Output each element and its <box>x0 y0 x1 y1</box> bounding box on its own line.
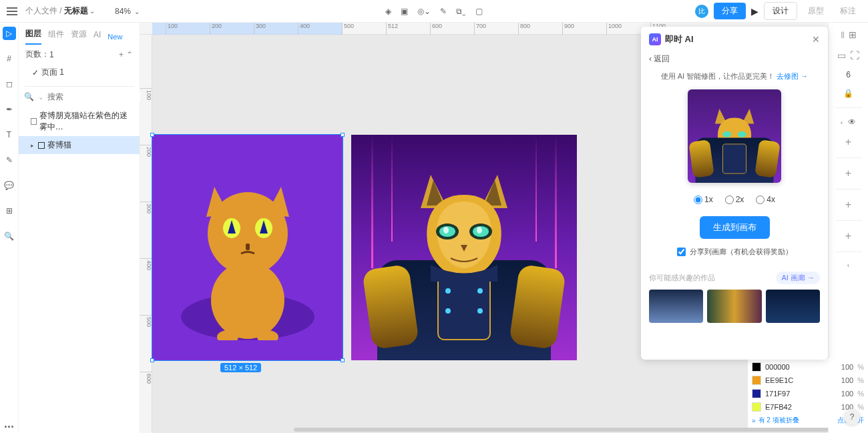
layer-item[interactable]: 赛博朋克猫站在紫色的迷雾中… <box>19 107 140 136</box>
share-gallery-label: 分享到画廊（有机会获得奖励） <box>690 247 793 257</box>
svg-point-25 <box>722 131 731 137</box>
percent-icon: % <box>857 376 864 384</box>
layer-search-input[interactable] <box>47 92 148 101</box>
chevron-down-icon[interactable]: ⌄ <box>38 93 43 101</box>
canvas-scrollbar[interactable] <box>294 428 828 432</box>
share-gallery-checkbox[interactable] <box>677 248 686 256</box>
chevron-icon[interactable]: ‹ <box>847 262 849 269</box>
color-hex: 171F97 <box>765 390 829 398</box>
percent-icon: % <box>857 403 864 411</box>
design-tab[interactable]: 设计 <box>764 2 797 20</box>
scale-2x[interactable]: 2x <box>725 195 744 204</box>
ruler-vertical: 100200300400500600 <box>140 35 152 433</box>
ai-preview-image <box>688 89 781 183</box>
plugin-tool[interactable]: ⊞ <box>3 204 16 218</box>
frame-icon <box>38 142 45 149</box>
percent-icon: % <box>857 390 864 398</box>
gallery-thumb[interactable] <box>766 290 820 323</box>
color-row[interactable]: 000000100% <box>752 360 864 374</box>
scale-1x[interactable]: 1x <box>694 195 713 204</box>
help-button[interactable]: ? <box>844 409 860 425</box>
search-icon: 🔍 <box>24 92 34 101</box>
scale-selector: 1x 2x 4x <box>649 191 820 208</box>
color-row[interactable]: EE9E1C100% <box>752 374 864 387</box>
add-icon[interactable]: + <box>845 167 851 179</box>
svg-point-21 <box>477 227 482 234</box>
svg-rect-3 <box>233 274 262 307</box>
ai-hint-link[interactable]: 去修图 → <box>777 72 808 80</box>
svg-point-20 <box>443 227 449 234</box>
new-badge: New <box>107 33 122 41</box>
chevron-down-icon[interactable]: ⌄ <box>134 8 140 15</box>
chevron-down-icon[interactable]: ⌄ <box>89 7 95 15</box>
gallery-link[interactable]: AI 画廊 → <box>776 272 820 284</box>
scale-4x[interactable]: 4x <box>756 195 775 204</box>
diamond-icon[interactable]: ◈ <box>385 7 391 16</box>
add-page-icon[interactable]: + <box>119 50 124 59</box>
layout-icon[interactable]: ▭ <box>837 50 846 61</box>
generate-button[interactable]: 生成到画布 <box>700 216 770 239</box>
menu-icon[interactable] <box>7 7 17 15</box>
circle-dropdown-icon[interactable]: ◎⌄ <box>417 7 431 16</box>
artboard-cybercat-simple[interactable] <box>152 135 343 360</box>
tab-assets[interactable]: 资源 <box>71 29 87 44</box>
eye-icon[interactable]: 👁 <box>848 117 856 127</box>
frame-icon[interactable]: ▣ <box>401 7 408 16</box>
lock-icon[interactable]: 🔒 <box>843 89 853 98</box>
tab-ai[interactable]: AI <box>93 30 101 43</box>
breadcrumb[interactable]: 个人文件 / 无标题⌄ <box>25 5 95 17</box>
ai-hint: 使用 AI 智能修图，让作品更完美！ 去修图 → <box>649 71 820 81</box>
gallery-thumb[interactable] <box>707 290 761 323</box>
share-button[interactable]: 分享 <box>714 3 746 19</box>
ai-logo-icon: AI <box>649 33 661 45</box>
pages-count: 1 <box>49 50 54 59</box>
annotate-tab[interactable]: 标注 <box>835 3 861 19</box>
gallery-thumb[interactable] <box>649 290 703 323</box>
fullscreen-icon[interactable]: ⛶ <box>850 50 859 61</box>
add-icon[interactable]: + <box>845 136 851 148</box>
canvas-tools: ◈ ▣ ◎⌄ ✎ ⧉⌄ ▢ <box>385 7 483 16</box>
add-icon[interactable]: + <box>845 199 851 211</box>
ai-panel-title: 即时 AI <box>665 33 694 45</box>
frame-tool[interactable]: # <box>3 52 16 65</box>
user-badge[interactable]: 比 <box>695 5 708 18</box>
pencil-tool[interactable]: ✎ <box>3 153 16 167</box>
edit-icon[interactable]: ✎ <box>440 7 447 16</box>
back-button[interactable]: ‹ 返回 <box>649 51 820 71</box>
layer-item-selected[interactable]: ▸ 赛博猫 <box>19 136 140 154</box>
page-item[interactable]: ✓页面 1 <box>19 64 140 81</box>
frame-icon <box>31 118 37 125</box>
chevron-icon[interactable]: ‹ <box>841 119 843 126</box>
search-tool[interactable]: 🔍 <box>3 230 16 243</box>
close-icon[interactable]: ✕ <box>812 34 820 45</box>
copy-dropdown-icon[interactable]: ⧉⌄ <box>456 7 466 16</box>
color-hex: EE9E1C <box>765 376 829 384</box>
move-tool[interactable]: ▷ <box>3 27 16 40</box>
color-row[interactable]: 171F97100% <box>752 387 864 400</box>
color-swatch <box>752 362 761 372</box>
more-icon[interactable] <box>3 420 16 433</box>
shape-tool[interactable]: ◻ <box>3 77 16 91</box>
breadcrumb-title[interactable]: 无标题 <box>64 6 88 15</box>
color-swatch <box>752 376 761 385</box>
tab-layers[interactable]: 图层 <box>25 28 41 45</box>
prototype-tab[interactable]: 原型 <box>803 3 829 19</box>
presentation-icon[interactable]: ▢ <box>475 7 483 16</box>
pen-tool[interactable]: ✒ <box>3 103 16 116</box>
ai-panel: AI 即时 AI ✕ ‹ 返回 使用 AI 智能修图，让作品更完美！ 去修图 →… <box>641 27 828 360</box>
collapse-pages-icon[interactable]: ⌃ <box>126 50 133 59</box>
artboard-cybercat-render[interactable] <box>351 135 577 360</box>
play-icon[interactable]: ▶ <box>751 6 758 17</box>
pages-label: 页数： <box>25 49 49 60</box>
zoom-level[interactable]: 84% ⌄ <box>115 7 140 16</box>
twisty-icon[interactable]: ▸ <box>31 142 34 149</box>
expand-arrow-icon[interactable]: » <box>752 417 756 424</box>
add-icon[interactable]: + <box>845 230 851 242</box>
comment-tool[interactable]: 💬 <box>3 179 16 192</box>
color-hex: 000000 <box>765 363 829 371</box>
grid-icon[interactable]: ⊞ <box>849 29 857 41</box>
tab-components[interactable]: 组件 <box>48 29 64 44</box>
colors-collapsed-label[interactable]: 有 2 项被折叠 <box>758 416 799 425</box>
align-icon[interactable]: ⫴ <box>841 29 845 41</box>
text-tool[interactable]: T <box>3 128 16 141</box>
